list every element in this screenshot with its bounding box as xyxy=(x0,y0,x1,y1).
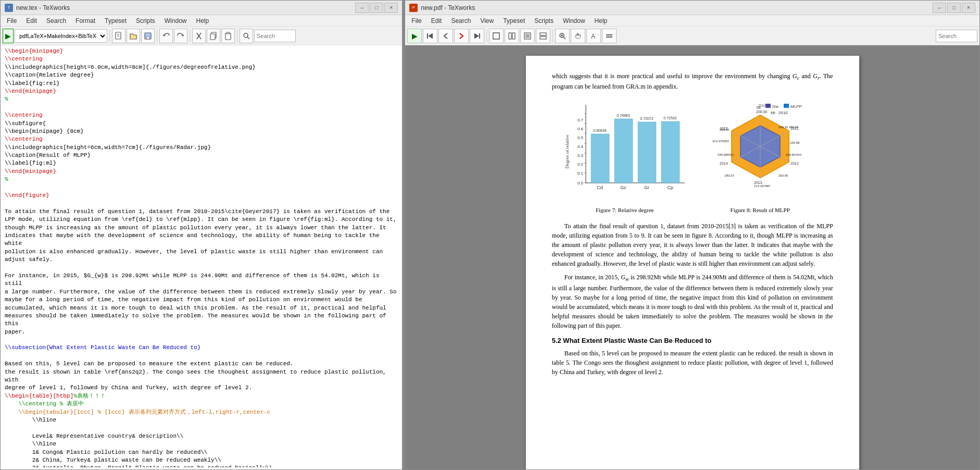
svg-text:Gr: Gr xyxy=(644,185,649,190)
pdf-view-btn3[interactable] xyxy=(520,29,535,43)
code-line: \\includegraphics[height=6.0cm,width=8cm… xyxy=(5,64,398,71)
pdf-first-page-button[interactable] xyxy=(423,29,437,43)
editor-menubar: File Edit Search Format Typeset Scripts … xyxy=(1,15,402,27)
svg-text:-283.57: -283.57 xyxy=(724,174,735,177)
svg-text:200.90: 200.90 xyxy=(778,174,788,177)
pdf-close-button[interactable]: × xyxy=(962,3,975,13)
menu-edit[interactable]: Edit xyxy=(22,16,41,26)
copy-button[interactable] xyxy=(207,29,220,43)
menu-help[interactable]: Help xyxy=(192,16,213,26)
pdf-search-input[interactable] xyxy=(936,30,977,42)
code-line: adjust safely. xyxy=(5,256,398,264)
svg-rect-48 xyxy=(591,134,609,183)
svg-rect-27 xyxy=(606,34,612,35)
pdf-menu-typeset[interactable]: Typeset xyxy=(499,16,529,26)
pdf-grab-button[interactable] xyxy=(571,29,585,43)
pdf-zoom-in-button[interactable] xyxy=(555,29,570,43)
menu-format[interactable]: Format xyxy=(71,16,99,26)
save-file-button[interactable] xyxy=(141,29,155,43)
svg-text:249.32   260.09: 249.32 260.09 xyxy=(778,126,799,129)
pdf-viewer[interactable]: which suggests that it is more practical… xyxy=(405,45,979,469)
svg-text:2010: 2010 xyxy=(778,110,788,115)
code-line: a large number. Furthermore, the value o… xyxy=(5,288,398,296)
menu-search[interactable]: Search xyxy=(42,16,70,26)
svg-rect-54 xyxy=(661,121,680,183)
pdf-next-page-button[interactable] xyxy=(454,29,469,43)
code-line: maybe for a long period of time, the neg… xyxy=(5,296,398,304)
code-editor[interactable]: \\begin{minipage} \\centering \\includeg… xyxy=(1,45,402,469)
pdf-prev-page-button[interactable] xyxy=(438,29,453,43)
code-line: \\caption{Result of MLPP} xyxy=(5,152,398,159)
svg-text:0.7: 0.7 xyxy=(577,118,584,122)
code-line xyxy=(5,264,398,272)
pdf-menu-search[interactable]: Search xyxy=(447,16,475,26)
pdf-icon: P xyxy=(409,4,418,12)
editor-titlebar: T new.tex - TeXworks – □ × xyxy=(1,1,402,15)
code-line xyxy=(5,104,398,112)
search-button[interactable] xyxy=(240,29,253,43)
pdf-menu-help[interactable]: Help xyxy=(590,16,612,26)
svg-text:0.74883: 0.74883 xyxy=(617,114,630,117)
pdf-menu-scripts[interactable]: Scripts xyxy=(530,16,558,26)
pdf-view-btn1[interactable] xyxy=(489,29,504,43)
figure-7-item: Degree of relative 0.0 0.1 0.2 0.3 0 xyxy=(562,100,687,213)
open-file-button[interactable] xyxy=(127,29,140,43)
pdf-menu-window[interactable]: Window xyxy=(559,16,589,26)
close-button[interactable]: × xyxy=(384,3,398,13)
pdf-toolbar-sep2 xyxy=(552,30,553,42)
pdf-menu-view[interactable]: View xyxy=(476,16,498,26)
code-line: \\centering % 表居中 xyxy=(5,400,398,408)
pdf-maximize-button[interactable]: □ xyxy=(947,3,961,13)
undo-button[interactable] xyxy=(159,29,173,43)
search-input[interactable] xyxy=(254,30,296,42)
pdf-select-button[interactable]: A xyxy=(586,29,601,43)
pdf-settings-button[interactable] xyxy=(602,29,617,43)
compile-run-button[interactable]: ▶ xyxy=(3,29,14,43)
code-line: \\end{figure} xyxy=(5,192,398,200)
new-file-button[interactable] xyxy=(112,29,125,43)
svg-text:0.60628: 0.60628 xyxy=(593,129,606,132)
svg-text:0.1: 0.1 xyxy=(577,171,584,176)
texworks-pdf-window: P new.pdf - TeXworks – □ × File Edit Sea… xyxy=(405,0,980,470)
code-line: \\begin{table}[htbp]%表格！！！ xyxy=(5,392,398,400)
code-line: LPP mode, utilizing equation from \ref{d… xyxy=(5,216,398,224)
pdf-menu-edit[interactable]: Edit xyxy=(427,16,446,26)
svg-rect-9 xyxy=(225,33,231,40)
svg-text:2013: 2013 xyxy=(754,181,762,184)
svg-text:372.075054: 372.075054 xyxy=(712,140,729,143)
menu-typeset[interactable]: Typeset xyxy=(100,16,131,26)
pdf-para3: Based on this, 5 level can be proposed t… xyxy=(552,349,833,377)
pdf-view-btn4[interactable] xyxy=(536,29,550,43)
pdf-body-text: To attain the final result of question 1… xyxy=(552,221,833,330)
menu-window[interactable]: Window xyxy=(160,16,191,26)
code-line: \\subfigure{ xyxy=(5,120,398,128)
editor-content[interactable]: \\begin{minipage} \\centering \\includeg… xyxy=(5,47,398,467)
maximize-button[interactable]: □ xyxy=(370,3,383,13)
editor-toolbar: ▶ pdfLaTeX+MakeIndex+BibTeX xyxy=(1,27,402,45)
svg-text:Mt: Mt xyxy=(771,110,776,115)
svg-rect-50 xyxy=(614,119,633,183)
redo-button[interactable] xyxy=(174,29,187,43)
paste-button[interactable] xyxy=(221,29,235,43)
code-line: Level& Representative country& descripti… xyxy=(5,432,398,440)
minimize-button[interactable]: – xyxy=(355,3,369,13)
code-line xyxy=(5,424,398,432)
code-line: 2& China, Turkey& plastic waste can be r… xyxy=(5,456,398,464)
svg-text:A: A xyxy=(591,33,595,40)
menu-file[interactable]: File xyxy=(3,16,21,26)
code-line xyxy=(5,352,398,360)
pdf-play-button[interactable]: ▶ xyxy=(407,29,422,43)
cut-button[interactable] xyxy=(192,29,206,43)
svg-rect-52 xyxy=(638,122,656,183)
pdf-last-page-button[interactable] xyxy=(470,29,484,43)
pdf-minimize-button[interactable]: – xyxy=(933,3,946,13)
svg-rect-19 xyxy=(525,34,530,38)
menu-scripts[interactable]: Scripts xyxy=(132,16,159,26)
pdf-view-btn2[interactable] xyxy=(505,29,519,43)
pdf-menu-file[interactable]: File xyxy=(407,16,425,26)
titlebar-left: T new.tex - TeXworks xyxy=(5,4,70,12)
code-line: For instance, in 2015, $G_{w}$ is 298.92… xyxy=(5,272,398,288)
code-line: \\end{minipage} xyxy=(5,88,398,95)
compile-mode-select[interactable]: pdfLaTeX+MakeIndex+BibTeX xyxy=(15,29,107,43)
pdf-intro-text: which suggests that it is more practical… xyxy=(552,71,833,91)
